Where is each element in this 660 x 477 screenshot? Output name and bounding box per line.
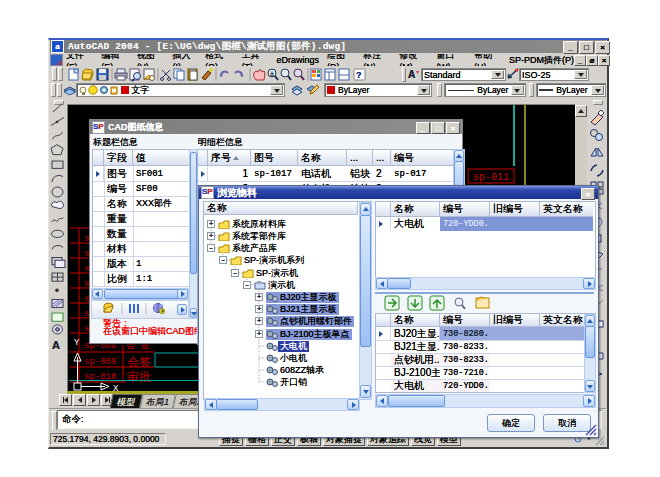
svg-text:审批: 审批 — [127, 370, 151, 384]
svg-text:会签: 会签 — [127, 355, 151, 369]
svg-text:A: A — [52, 340, 60, 351]
svg-text:A: A — [408, 69, 415, 80]
svg-text:?: ? — [356, 70, 362, 80]
svg-text:±: ± — [270, 70, 274, 77]
svg-text:sp-009: sp-009 — [84, 357, 116, 367]
svg-text:sp-011: sp-011 — [473, 172, 509, 183]
svg-text:Y: Y — [74, 338, 80, 348]
